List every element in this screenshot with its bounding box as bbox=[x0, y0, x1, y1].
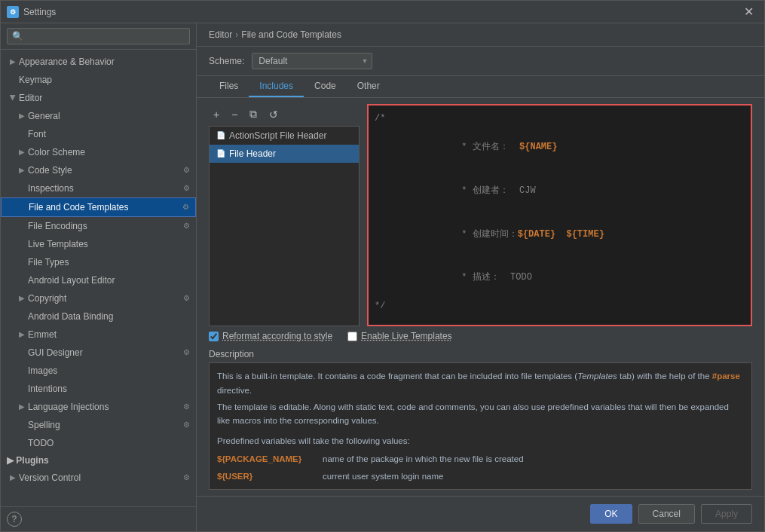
sidebar-item-todo[interactable]: TODO bbox=[1, 434, 196, 452]
sidebar-item-label: Version Control bbox=[19, 470, 81, 485]
sidebar-item-label: General bbox=[28, 109, 60, 124]
sidebar-item-file-code-templates[interactable]: File and Code Templates ⚙ bbox=[1, 197, 196, 217]
section-label: Plugins bbox=[16, 455, 48, 466]
help-button[interactable]: ? bbox=[7, 512, 22, 527]
window-title: Settings bbox=[23, 7, 739, 17]
template-item-label: ActionScript File Header bbox=[229, 129, 326, 142]
code-var-date: ${DATE} bbox=[518, 229, 555, 240]
sidebar-item-label: Android Layout Editor bbox=[28, 273, 115, 288]
sidebar-item-android-data-binding[interactable]: Android Data Binding bbox=[1, 307, 196, 326]
reformat-checkbox[interactable] bbox=[209, 332, 219, 341]
sidebar-item-file-types[interactable]: File Types bbox=[1, 253, 196, 271]
template-item-file-header[interactable]: 📄 File Header bbox=[210, 145, 359, 163]
sidebar-item-label: File and Code Templates bbox=[29, 200, 129, 215]
breadcrumb-part1: Editor bbox=[209, 29, 232, 40]
sidebar-item-label: Intentions bbox=[28, 381, 67, 396]
scheme-select[interactable]: Default bbox=[252, 53, 372, 69]
sidebar-item-font[interactable]: Font bbox=[1, 125, 196, 143]
settings-icon: ⚙ bbox=[183, 219, 190, 234]
sidebar-item-color-scheme[interactable]: ▶ Color Scheme bbox=[1, 143, 196, 161]
template-area: + − ⧉ ↺ 📄 ActionScript File Header 📄 bbox=[209, 104, 752, 326]
sidebar-item-emmet[interactable]: ▶ Emmet bbox=[1, 326, 196, 344]
cancel-button[interactable]: Cancel bbox=[638, 504, 695, 524]
reformat-checkbox-label[interactable]: Reformat according to style bbox=[209, 331, 332, 341]
close-button[interactable]: ✕ bbox=[739, 3, 758, 20]
sidebar-item-label: Inspections bbox=[28, 181, 74, 196]
sidebar-item-copyright[interactable]: ▶ Copyright ⚙ bbox=[1, 289, 196, 307]
right-panel: Editor › File and Code Templates Scheme:… bbox=[197, 23, 764, 531]
search-bar bbox=[1, 23, 196, 50]
sidebar-section-plugins[interactable]: ▶ Plugins bbox=[1, 452, 196, 469]
sidebar-item-keymap[interactable]: Keymap bbox=[1, 71, 196, 89]
expand-arrow: ▶ bbox=[5, 95, 20, 101]
expand-arrow: ▶ bbox=[10, 54, 16, 69]
scheme-row: Scheme: Default bbox=[197, 47, 764, 76]
apply-button[interactable]: Apply bbox=[701, 504, 752, 524]
settings-icon: ⚙ bbox=[183, 417, 190, 433]
breadcrumb: Editor › File and Code Templates bbox=[197, 23, 764, 47]
sidebar-item-label: Editor bbox=[19, 90, 42, 105]
sidebar-item-live-templates[interactable]: Live Templates bbox=[1, 235, 196, 253]
sidebar-item-label: Emmet bbox=[28, 327, 57, 342]
code-line-5: * 描述： TODO bbox=[375, 256, 745, 300]
live-templates-label: Enable Live Templates bbox=[361, 331, 452, 341]
code-line-4: * 创建时间：${DATE} ${TIME} bbox=[375, 212, 745, 256]
help-area: ? bbox=[1, 506, 196, 531]
description-section: Description This is a built-in template.… bbox=[209, 346, 752, 496]
code-comment-span: * 创建时间： bbox=[461, 229, 517, 240]
copy-template-button[interactable]: ⧉ bbox=[245, 105, 262, 123]
scheme-select-wrap: Default bbox=[252, 53, 372, 69]
var-row-2: ${USER} current user system login name bbox=[217, 469, 744, 483]
settings-icon: ⚙ bbox=[183, 470, 190, 485]
code-line-2: * 文件名： ${NAME} bbox=[375, 126, 745, 170]
options-row: Reformat according to style Enable Live … bbox=[209, 326, 752, 346]
sidebar-item-label: Language Injections bbox=[28, 399, 109, 414]
var-desc-1: name of the package in which the new fil… bbox=[323, 452, 524, 466]
sidebar-item-android-layout[interactable]: Android Layout Editor bbox=[1, 271, 196, 289]
sidebar-item-version-control[interactable]: ▶ Version Control ⚙ bbox=[1, 469, 196, 487]
var-name-2: ${USER} bbox=[217, 469, 308, 483]
code-comment-span: * 文件名： bbox=[461, 142, 519, 152]
title-bar: ⚙ Settings ✕ bbox=[1, 1, 764, 23]
sidebar-item-general[interactable]: ▶ General bbox=[1, 107, 196, 125]
sidebar-item-intentions[interactable]: Intentions bbox=[1, 380, 196, 398]
code-editor[interactable]: /* * 文件名： ${NAME} * 创建者： CJW * 创建时间：${DA… bbox=[367, 104, 752, 326]
code-editor-wrap: /* * 文件名： ${NAME} * 创建者： CJW * 创建时间：${DA… bbox=[367, 104, 752, 326]
sidebar-item-label: Keymap bbox=[19, 72, 52, 87]
sidebar-item-inspections[interactable]: Inspections ⚙ bbox=[1, 179, 196, 197]
sidebar-item-spelling[interactable]: Spelling ⚙ bbox=[1, 416, 196, 434]
sidebar-item-file-encodings[interactable]: File Encodings ⚙ bbox=[1, 217, 196, 235]
add-template-button[interactable]: + bbox=[209, 105, 224, 123]
panel-body: + − ⧉ ↺ 📄 ActionScript File Header 📄 bbox=[197, 98, 764, 496]
reformat-label: Reformat according to style bbox=[222, 331, 332, 341]
footer: OK Cancel Apply bbox=[197, 496, 764, 531]
tab-other[interactable]: Other bbox=[347, 76, 390, 97]
ok-button[interactable]: OK bbox=[590, 504, 632, 524]
remove-template-button[interactable]: − bbox=[227, 105, 242, 123]
sidebar-item-appearance[interactable]: ▶ Appearance & Behavior bbox=[1, 53, 196, 71]
expand-arrow: ▶ bbox=[19, 109, 25, 124]
sidebar-item-label: File Types bbox=[28, 255, 69, 270]
code-line-3: * 创建者： CJW bbox=[375, 170, 745, 213]
reset-template-button[interactable]: ↺ bbox=[265, 105, 283, 123]
expand-arrow: ▶ bbox=[19, 163, 25, 178]
live-templates-checkbox[interactable] bbox=[347, 332, 357, 341]
settings-window: ⚙ Settings ✕ ▶ Appearance & Behavior Key… bbox=[0, 0, 765, 532]
scheme-label: Scheme: bbox=[209, 56, 244, 66]
sidebar-item-code-style[interactable]: ▶ Code Style ⚙ bbox=[1, 161, 196, 179]
sidebar-item-gui-designer[interactable]: GUI Designer ⚙ bbox=[1, 344, 196, 362]
template-toolbar: + − ⧉ ↺ bbox=[209, 104, 360, 126]
var-row-1: ${PACKAGE_NAME} name of the package in w… bbox=[217, 452, 744, 466]
tab-files[interactable]: Files bbox=[209, 76, 249, 97]
sidebar-item-images[interactable]: Images bbox=[1, 362, 196, 380]
sidebar-item-label: Android Data Binding bbox=[28, 309, 113, 324]
tab-code[interactable]: Code bbox=[304, 76, 347, 97]
search-input[interactable] bbox=[7, 28, 190, 44]
sidebar-item-label: Color Scheme bbox=[28, 145, 85, 160]
tab-includes[interactable]: Includes bbox=[249, 76, 304, 97]
live-templates-checkbox-label[interactable]: Enable Live Templates bbox=[347, 331, 452, 341]
template-item-actionscript[interactable]: 📄 ActionScript File Header bbox=[210, 127, 359, 145]
sidebar-item-editor[interactable]: ▶ Editor bbox=[1, 89, 196, 107]
sidebar-item-language-injections[interactable]: ▶ Language Injections ⚙ bbox=[1, 398, 196, 416]
code-line-1: /* bbox=[375, 112, 745, 126]
